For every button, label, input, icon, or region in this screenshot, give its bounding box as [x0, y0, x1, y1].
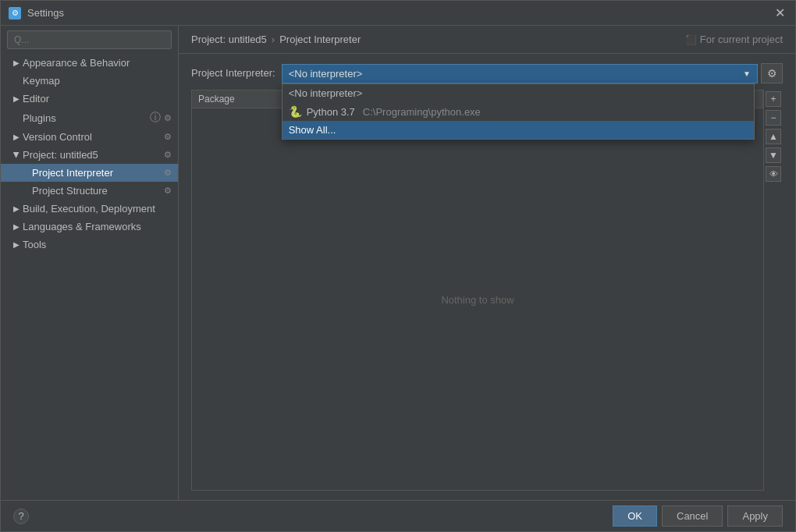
sidebar-item-keymap[interactable]: Keymap — [1, 72, 178, 90]
title-bar: ⚙ Settings ✕ — [1, 1, 795, 26]
interpreter-label: Project Interpreter: — [191, 63, 275, 79]
help-button[interactable]: ? — [13, 509, 29, 524]
window-title: Settings — [27, 7, 772, 19]
sidebar-item-project[interactable]: ▶ Project: untitled5 ⚙ — [1, 146, 178, 164]
breadcrumb-project: Project: untitled5 — [191, 34, 267, 45]
sidebar-item-editor[interactable]: ▶ Editor — [1, 90, 178, 108]
content-area: Project: untitled5 › Project Interpreter… — [179, 26, 795, 500]
sidebar-item-label: Project: untitled5 — [23, 149, 164, 161]
cancel-button[interactable]: Cancel — [662, 505, 723, 527]
dropdown-option-show-all[interactable]: Show All... — [283, 121, 754, 139]
interpreter-settings-icon: ⚙ — [164, 168, 172, 178]
plugins-badge: ⓘ — [150, 111, 161, 125]
arrow-icon: ▶ — [13, 133, 20, 141]
sidebar-item-label: Languages & Frameworks — [23, 221, 172, 232]
sidebar-item-tools[interactable]: ▶ Tools — [1, 236, 178, 254]
ok-button[interactable]: OK — [613, 505, 657, 527]
remove-package-button[interactable]: − — [766, 110, 781, 126]
table-body: Nothing to show — [192, 108, 763, 490]
plugins-settings-icon: ⚙ — [164, 113, 172, 123]
content-header: Project: untitled5 › Project Interpreter… — [179, 26, 795, 54]
interpreter-dropdown-popup: <No interpreter> 🐍 Python 3.7 C:\Program… — [282, 83, 755, 140]
dropdown-option-no-interpreter[interactable]: <No interpreter> — [283, 84, 754, 102]
table-toolbar: + − ▲ ▼ 👁 — [764, 90, 783, 491]
breadcrumb-separator: › — [272, 34, 275, 45]
empty-message: Nothing to show — [441, 293, 513, 305]
sidebar-item-label: Keymap — [23, 75, 172, 87]
arrow-icon: ▶ — [12, 152, 21, 158]
search-input[interactable] — [7, 30, 172, 49]
sidebar-item-build[interactable]: ▶ Build, Execution, Deployment — [1, 200, 178, 218]
dropdown-option-python37[interactable]: 🐍 Python 3.7 C:\Programing\python.exe — [283, 102, 754, 121]
sidebar-item-languages[interactable]: ▶ Languages & Frameworks — [1, 218, 178, 236]
for-current-project: ⬛ For current project — [685, 34, 783, 45]
sidebar-item-plugins[interactable]: Plugins ⓘ ⚙ — [1, 108, 178, 128]
sidebar-item-label: Project Structure — [32, 185, 164, 197]
sidebar-item-project-structure[interactable]: Project Structure ⚙ — [1, 182, 178, 200]
app-icon: ⚙ — [9, 7, 21, 20]
option-label: Show All... — [289, 124, 336, 136]
help-icon: ? — [18, 510, 23, 522]
option-label: <No interpreter> — [289, 87, 363, 99]
arrow-icon: ▶ — [13, 59, 20, 67]
sidebar-item-appearance[interactable]: ▶ Appearance & Behavior — [1, 54, 178, 72]
arrow-icon: ▶ — [13, 222, 20, 231]
settings-dialog: ⚙ Settings ✕ ▶ Appearance & Behavior Key… — [0, 0, 796, 532]
apply-button[interactable]: Apply — [727, 505, 783, 527]
upgrade-button[interactable]: ▲ — [766, 129, 781, 144]
python-icon: 🐍 — [289, 105, 302, 118]
option-path: C:\Programing\python.exe — [363, 106, 481, 118]
sidebar-item-label: Tools — [23, 239, 172, 250]
main-area: ▶ Appearance & Behavior Keymap ▶ Editor … — [1, 26, 795, 500]
nav-section: ▶ Appearance & Behavior Keymap ▶ Editor … — [1, 54, 178, 500]
project-settings-icon: ⚙ — [164, 150, 172, 160]
option-label: Python 3.7 — [307, 106, 355, 118]
breadcrumb-page: Project Interpreter — [279, 34, 361, 45]
structure-settings-icon: ⚙ — [164, 186, 172, 196]
dropdown-chevron-icon: ▼ — [743, 69, 751, 78]
sidebar: ▶ Appearance & Behavior Keymap ▶ Editor … — [1, 26, 179, 500]
sidebar-item-version-control[interactable]: ▶ Version Control ⚙ — [1, 128, 178, 146]
interpreter-select[interactable]: <No interpreter> ▼ — [282, 64, 758, 83]
sidebar-item-label: Editor — [23, 93, 172, 105]
content-body: Project Interpreter: <No interpreter> ▼ … — [179, 54, 795, 500]
arrow-icon: ▶ — [13, 240, 20, 249]
interpreter-gear-button[interactable]: ⚙ — [761, 63, 783, 83]
sidebar-item-label: Version Control — [23, 131, 164, 143]
downgrade-button[interactable]: ▼ — [766, 147, 781, 163]
interpreter-section: Project Interpreter: <No interpreter> ▼ … — [191, 63, 783, 83]
for-current-label: For current project — [700, 34, 783, 45]
arrow-icon: ▶ — [13, 94, 20, 103]
footer: ? OK Cancel Apply — [1, 500, 795, 531]
sidebar-item-project-interpreter[interactable]: Project Interpreter ⚙ — [1, 164, 178, 182]
sidebar-item-label: Plugins — [23, 112, 150, 124]
interpreter-selected-value: <No interpreter> — [289, 68, 363, 80]
footer-buttons: OK Cancel Apply — [613, 505, 783, 527]
interpreter-dropdown-wrapper: <No interpreter> ▼ ⚙ <No interpreter> — [282, 63, 783, 83]
close-button[interactable]: ✕ — [772, 5, 787, 21]
for-current-icon: ⬛ — [685, 34, 697, 45]
vc-settings-icon: ⚙ — [164, 132, 172, 142]
sidebar-item-label: Project Interpreter — [32, 167, 164, 179]
packages-table: Package Nothing to show — [191, 90, 764, 491]
table-area: Package Nothing to show + − ▲ ▼ 👁 — [191, 90, 783, 491]
sidebar-item-label: Appearance & Behavior — [23, 57, 172, 69]
show-early-releases-button[interactable]: 👁 — [766, 166, 781, 182]
sidebar-item-label: Build, Execution, Deployment — [23, 203, 172, 215]
arrow-icon: ▶ — [13, 204, 20, 213]
add-package-button[interactable]: + — [766, 91, 781, 107]
